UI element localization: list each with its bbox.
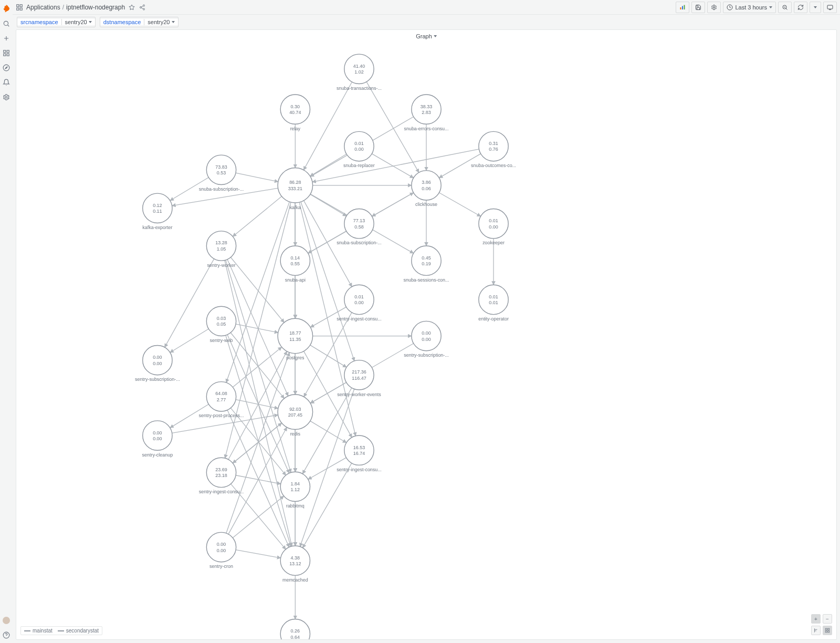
svg-point-13 [140,6,142,8]
node-graph-canvas[interactable]: 41.401.02snuba-transactions-...0.3040.74… [16,30,836,639]
share-icon[interactable] [139,4,146,11]
dashboards-icon[interactable] [3,49,10,57]
graph-node[interactable]: 0.010.00snuba-replacer [343,131,375,168]
graph-node[interactable]: 4.3813.12memcached [280,546,310,583]
graph-edge[interactable] [230,257,284,323]
node-mainstat: 0.12 [153,203,162,208]
graph-node[interactable]: 0.260.64 [280,619,310,639]
star-icon[interactable] [128,4,135,11]
node-label: kafka-exporter [142,225,172,230]
node-secondarystat: 333.21 [288,186,302,191]
graph-node[interactable]: 0.140.55snuba-api [280,246,310,283]
graph-node[interactable]: 23.6923.18sentry-ingest-consu... [199,458,244,494]
breadcrumb[interactable]: Applications / iptnetflow-nodegraph [26,4,125,11]
refresh-interval-button[interactable] [810,2,821,13]
grafana-logo[interactable] [2,4,10,13]
grid-layout-button[interactable] [823,626,832,635]
timerange-picker[interactable]: Last 3 hours [723,2,776,13]
var-value: sentry20 [148,19,170,25]
layout-controls [811,626,832,635]
graph-node[interactable]: 0.010.00zookeeper [479,209,508,246]
node-label: snuba-transactions-... [337,86,382,91]
node-secondarystat: 116.47 [352,376,366,381]
graph-node[interactable]: 0.010.01entity-operator [478,285,509,322]
add-panel-button[interactable] [676,2,689,13]
graph-edge[interactable] [233,423,281,463]
save-button[interactable] [691,2,705,13]
config-icon[interactable] [3,94,10,101]
svg-rect-53 [828,628,830,630]
graph-edge[interactable] [310,345,346,367]
graph-node[interactable]: 3.860.06clickhouse [412,171,441,208]
graph-edge[interactable] [226,352,290,533]
zoomout-button[interactable] [778,2,792,13]
refresh-button[interactable] [794,2,807,13]
graph-edge[interactable] [233,347,281,387]
graph-edge[interactable] [170,329,209,352]
zoom-in-button[interactable]: + [811,614,821,624]
graph-edge[interactable] [304,313,352,397]
graph-edge[interactable] [227,410,289,547]
graph-node[interactable]: 0.010.00sentry-ingest-consu... [337,285,382,322]
graph-edge[interactable] [310,154,346,176]
graph-node[interactable]: 38.332.83snuba-errors-consu... [404,95,448,131]
node-label: relay [290,126,301,131]
graph-node[interactable]: 0.000.00sentry-subscription-... [404,321,449,358]
node-secondarystat: 0.55 [291,261,300,266]
graph-node[interactable]: 41.401.02snuba-transactions-... [337,54,382,91]
tree-layout-button[interactable] [811,626,821,635]
search-icon[interactable] [3,20,10,27]
graph-edge[interactable] [310,421,346,442]
legend-item[interactable]: secondarystat [58,628,99,634]
node-mainstat: 217.36 [352,369,366,375]
settings-button[interactable] [707,2,721,13]
graph-edge[interactable] [310,194,346,216]
node-secondarystat: 13.12 [289,561,301,566]
zoom-out-button[interactable]: − [823,614,832,624]
apps-icon[interactable] [16,4,23,11]
node-label: sentry-post-process... [198,413,244,418]
graph-edge[interactable] [165,259,214,347]
var-dstnamespace[interactable]: dstnamespace sentry20 [100,17,178,27]
node-secondarystat: 11.35 [289,337,301,342]
graph-edge[interactable] [236,173,278,182]
help-icon[interactable] [3,631,10,639]
graph-node[interactable]: 1.841.12rabbitmq [280,472,310,509]
svg-rect-4 [7,54,9,56]
graph-edge[interactable] [227,260,288,396]
panel-title[interactable]: Graph [416,33,437,39]
graph-node[interactable]: 0.3040.74relay [280,95,310,131]
node-secondarystat: 0.06 [422,186,430,191]
graph-edge[interactable] [230,333,284,398]
node-mainstat: 0.03 [217,316,226,321]
graph-edge[interactable] [236,550,280,558]
graph-node[interactable]: 13.281.05sentry-worker [206,231,236,268]
node-label: zookeeper [482,240,505,245]
graph-edge[interactable] [302,463,351,548]
graph-edge[interactable] [233,196,281,236]
user-avatar[interactable] [3,617,10,624]
node-label: snuba-subscription-... [337,240,382,245]
plus-icon[interactable] [3,35,10,42]
graph-node[interactable]: 0.120.11kafka-exporter [142,193,172,230]
breadcrumb-folder[interactable]: Applications [26,4,60,11]
graph-node[interactable]: 0.030.05sentry-web [206,306,236,343]
tv-mode-button[interactable] [823,2,837,13]
legend-item[interactable]: mainstat [24,628,52,634]
alerting-icon[interactable] [3,79,10,86]
graph-edge[interactable] [233,496,284,538]
svg-rect-2 [7,50,9,53]
graph-node[interactable]: 0.000.00sentry-cleanup [142,421,173,458]
explore-icon[interactable] [3,64,10,71]
node-secondarystat: 0.00 [153,361,162,366]
var-label: dstnamespace [100,19,145,25]
graph-edge[interactable] [312,149,479,182]
var-srcnamespace[interactable]: srcnamespace sentry20 [17,17,96,27]
breadcrumb-dashboard[interactable]: iptnetflow-nodegraph [66,4,125,11]
node-mainstat: 18.77 [289,330,301,336]
chevron-down-icon [769,6,772,8]
graph-node[interactable]: 0.000.00sentry-cron [206,532,236,569]
graph-node[interactable]: 0.310.76snuba-outcomes-co... [471,131,516,168]
graph-edge[interactable] [439,193,480,216]
node-mainstat: 64.08 [215,391,227,396]
